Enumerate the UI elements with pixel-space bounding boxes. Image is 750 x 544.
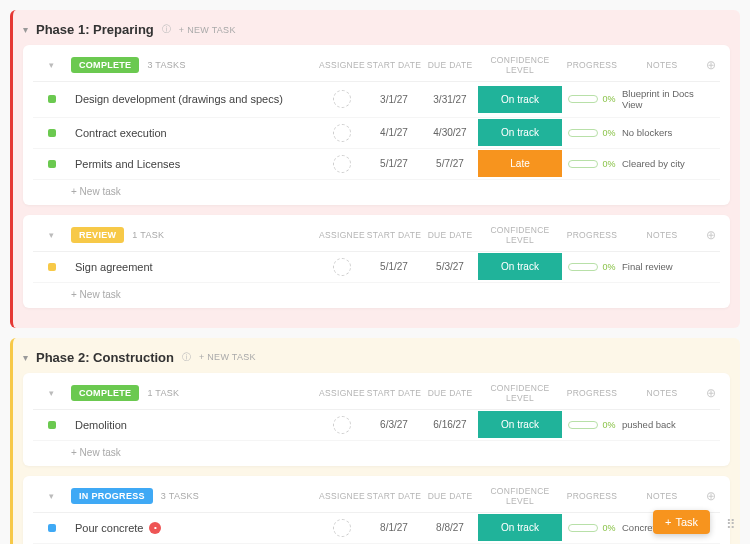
assignee-avatar-icon[interactable] [333, 124, 351, 142]
column-header-notes[interactable]: NOTES [622, 388, 702, 398]
column-header-due-date[interactable]: DUE DATE [422, 230, 478, 240]
confidence-badge[interactable]: On track [478, 253, 562, 280]
status-dot-icon[interactable] [48, 263, 56, 271]
new-task-button[interactable]: + NEW TASK [179, 25, 236, 35]
collapse-icon[interactable]: ▾ [33, 388, 71, 398]
new-task-button[interactable]: + NEW TASK [199, 352, 256, 362]
due-date[interactable]: 5/3/27 [422, 261, 478, 272]
new-task-row[interactable]: + New task [33, 283, 720, 300]
task-name[interactable]: Sign agreement [71, 261, 318, 273]
collapse-icon[interactable]: ▾ [23, 352, 28, 363]
add-column-icon[interactable]: ⊕ [702, 228, 720, 242]
notes-cell[interactable]: Cleared by city [622, 158, 702, 169]
column-header-confidence[interactable]: CONFIDENCE LEVEL [478, 225, 562, 245]
column-header-confidence[interactable]: CONFIDENCE LEVEL [478, 486, 562, 506]
column-header-notes[interactable]: NOTES [622, 60, 702, 70]
column-header-confidence[interactable]: CONFIDENCE LEVEL [478, 383, 562, 403]
notes-cell[interactable]: Final review [622, 261, 702, 272]
confidence-badge[interactable]: On track [478, 86, 562, 113]
add-column-icon[interactable]: ⊕ [702, 58, 720, 72]
new-task-fab[interactable]: + Task [653, 510, 710, 534]
task-row[interactable]: Sign agreement 5/1/27 5/3/27 On track 0%… [33, 252, 720, 283]
start-date[interactable]: 3/1/27 [366, 94, 422, 105]
column-header-confidence[interactable]: CONFIDENCE LEVEL [478, 55, 562, 75]
column-header-start-date[interactable]: START DATE [366, 60, 422, 70]
task-row[interactable]: Pour concrete • 8/1/27 8/8/27 On track 0… [33, 513, 720, 544]
notes-cell[interactable]: pushed back [622, 419, 702, 430]
collapse-icon[interactable]: ▾ [23, 24, 28, 35]
status-pill[interactable]: IN PROGRESS [71, 488, 153, 504]
task-name[interactable]: Pour concrete • [71, 522, 318, 534]
confidence-badge[interactable]: On track [478, 119, 562, 146]
start-date[interactable]: 4/1/27 [366, 127, 422, 138]
info-icon[interactable]: ⓘ [162, 23, 171, 36]
notes-cell[interactable]: No blockers [622, 127, 702, 138]
status-dot-icon[interactable] [48, 160, 56, 168]
task-name[interactable]: Demolition [71, 419, 318, 431]
column-header-due-date[interactable]: DUE DATE [422, 388, 478, 398]
assignee-avatar-icon[interactable] [333, 258, 351, 276]
app-grid-icon[interactable]: ⠿ [726, 517, 736, 532]
column-header-progress[interactable]: PROGRESS [562, 230, 622, 240]
column-header-progress[interactable]: PROGRESS [562, 491, 622, 501]
due-date[interactable]: 5/7/27 [422, 158, 478, 169]
task-name[interactable]: Design development (drawings and specs) [71, 93, 318, 105]
column-header-assignee[interactable]: ASSIGNEE [318, 60, 366, 70]
new-task-row[interactable]: + New task [33, 180, 720, 197]
progress-cell[interactable]: 0% [562, 159, 622, 169]
start-date[interactable]: 5/1/27 [366, 261, 422, 272]
task-row[interactable]: Contract execution 4/1/27 4/30/27 On tra… [33, 118, 720, 149]
task-name[interactable]: Permits and Licenses [71, 158, 318, 170]
assignee-avatar-icon[interactable] [333, 519, 351, 537]
assignee-avatar-icon[interactable] [333, 90, 351, 108]
column-header-start-date[interactable]: START DATE [366, 230, 422, 240]
status-dot-icon[interactable] [48, 421, 56, 429]
column-header-progress[interactable]: PROGRESS [562, 388, 622, 398]
due-date[interactable]: 8/8/27 [422, 522, 478, 533]
column-header-notes[interactable]: NOTES [622, 230, 702, 240]
confidence-badge[interactable]: On track [478, 411, 562, 438]
column-header-notes[interactable]: NOTES [622, 491, 702, 501]
task-row[interactable]: Demolition 6/3/27 6/16/27 On track 0% pu… [33, 410, 720, 441]
progress-cell[interactable]: 0% [562, 262, 622, 272]
progress-cell[interactable]: 0% [562, 420, 622, 430]
status-pill[interactable]: COMPLETE [71, 57, 139, 73]
column-header-start-date[interactable]: START DATE [366, 388, 422, 398]
collapse-icon[interactable]: ▾ [33, 491, 71, 501]
start-date[interactable]: 6/3/27 [366, 419, 422, 430]
info-icon[interactable]: ⓘ [182, 351, 191, 364]
assignee-avatar-icon[interactable] [333, 155, 351, 173]
start-date[interactable]: 8/1/27 [366, 522, 422, 533]
start-date[interactable]: 5/1/27 [366, 158, 422, 169]
assignee-avatar-icon[interactable] [333, 416, 351, 434]
status-dot-icon[interactable] [48, 129, 56, 137]
collapse-icon[interactable]: ▾ [33, 60, 71, 70]
due-date[interactable]: 6/16/27 [422, 419, 478, 430]
progress-cell[interactable]: 0% [562, 94, 622, 104]
due-date[interactable]: 3/31/27 [422, 94, 478, 105]
column-header-assignee[interactable]: ASSIGNEE [318, 491, 366, 501]
column-header-due-date[interactable]: DUE DATE [422, 60, 478, 70]
column-header-due-date[interactable]: DUE DATE [422, 491, 478, 501]
task-row[interactable]: Design development (drawings and specs) … [33, 82, 720, 118]
status-dot-icon[interactable] [48, 95, 56, 103]
add-column-icon[interactable]: ⊕ [702, 489, 720, 503]
add-column-icon[interactable]: ⊕ [702, 386, 720, 400]
notes-cell[interactable]: Blueprint in Docs View [622, 88, 702, 111]
column-header-start-date[interactable]: START DATE [366, 491, 422, 501]
new-task-row[interactable]: + New task [33, 441, 720, 458]
due-date[interactable]: 4/30/27 [422, 127, 478, 138]
task-name[interactable]: Contract execution [71, 127, 318, 139]
column-header-assignee[interactable]: ASSIGNEE [318, 230, 366, 240]
status-pill[interactable]: REVIEW [71, 227, 124, 243]
confidence-badge[interactable]: On track [478, 514, 562, 541]
progress-cell[interactable]: 0% [562, 523, 622, 533]
collapse-icon[interactable]: ▾ [33, 230, 71, 240]
progress-cell[interactable]: 0% [562, 128, 622, 138]
confidence-badge[interactable]: Late [478, 150, 562, 177]
status-pill[interactable]: COMPLETE [71, 385, 139, 401]
column-header-progress[interactable]: PROGRESS [562, 60, 622, 70]
task-row[interactable]: Permits and Licenses 5/1/27 5/7/27 Late … [33, 149, 720, 180]
status-dot-icon[interactable] [48, 524, 56, 532]
column-header-assignee[interactable]: ASSIGNEE [318, 388, 366, 398]
